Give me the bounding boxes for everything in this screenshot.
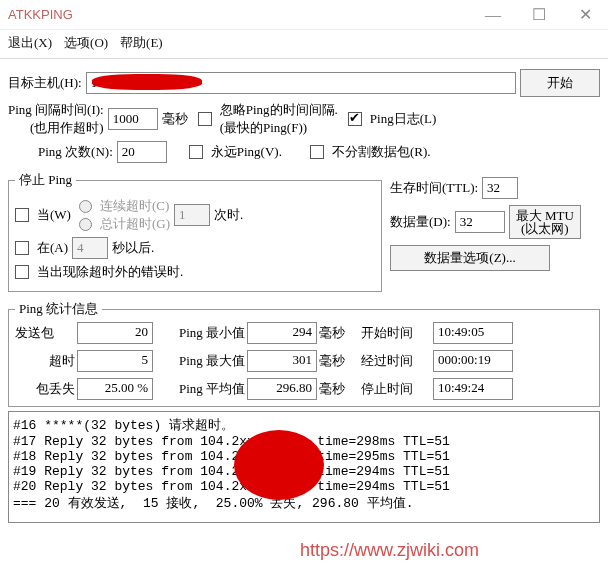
- max-value: 301: [247, 350, 317, 372]
- right-panel: 生存时间(TTL): 数据量(D): 最大 MTU (以太网) 数据量选项(Z)…: [390, 167, 600, 296]
- interval-label-1: Ping 间隔时间(I):: [8, 101, 104, 119]
- stop-at-input[interactable]: [72, 237, 108, 259]
- log-line-4: #19 Reply 32 bytes from 104.2xx.xx.79: t…: [13, 464, 450, 479]
- stop-legend: 停止 Ping: [15, 171, 76, 189]
- log-box[interactable]: #16 *****(32 bytes) 请求超时。 #17 Reply 32 b…: [8, 411, 600, 523]
- max-unit: 毫秒: [319, 352, 359, 370]
- stop-at-label: 在(A): [37, 239, 68, 257]
- target-row: 目标主机(H): 开始: [8, 69, 600, 97]
- stop-at-suffix: 秒以后.: [112, 239, 154, 257]
- stop-onerror-label: 当出现除超时外的错误时.: [37, 263, 183, 281]
- target-label: 目标主机(H):: [8, 74, 82, 92]
- count-label: Ping 次数(N):: [38, 143, 113, 161]
- stoptime-value: 10:49:24: [433, 378, 513, 400]
- redaction-mark: [92, 74, 202, 90]
- total-radio[interactable]: [79, 218, 92, 231]
- nofrag-label: 不分割数据包(R).: [332, 143, 431, 161]
- count-row: Ping 次数(N): 永远Ping(V). 不分割数据包(R).: [8, 141, 600, 163]
- datasize-label: 数据量(D):: [390, 213, 451, 231]
- menubar: 退出(X) 选项(O) 帮助(E): [0, 30, 608, 59]
- start-value: 10:49:05: [433, 322, 513, 344]
- titlebar: ATKKPING — ☐ ✕: [0, 0, 608, 30]
- interval-label-2: (也用作超时): [8, 119, 104, 137]
- avg-unit: 毫秒: [319, 380, 359, 398]
- nofrag-checkbox[interactable]: [310, 145, 324, 159]
- log-line-5: #20 Reply 32 bytes from 104.2xx.xx.79: t…: [13, 479, 450, 494]
- log-line-3: #18 Reply 32 bytes from 104.2xx.xx.79: t…: [13, 449, 450, 464]
- log-line-1: #16 *****(32 bytes) 请求超时。: [13, 418, 234, 433]
- timeout-value: 5: [77, 350, 153, 372]
- interval-row: Ping 间隔时间(I): (也用作超时) 毫秒 忽略Ping的时间间隔. (最…: [8, 101, 600, 137]
- max-label: Ping 最大值: [155, 352, 245, 370]
- forever-checkbox[interactable]: [189, 145, 203, 159]
- ignore-label-1: 忽略Ping的时间间隔.: [220, 101, 338, 119]
- log-line-6: === 20 有效发送, 15 接收, 25.00% 丢失, 296.80 平均…: [13, 496, 413, 511]
- min-unit: 毫秒: [319, 324, 359, 342]
- window-title: ATKKPING: [0, 7, 470, 22]
- stop-when-label: 当(W): [37, 206, 71, 224]
- loss-value: 25.00 %: [77, 378, 153, 400]
- interval-unit: 毫秒: [162, 110, 188, 128]
- stoptime-label: 停止时间: [361, 380, 431, 398]
- total-label: 总计超时(G): [100, 215, 170, 233]
- maximize-button[interactable]: ☐: [516, 0, 562, 30]
- elapsed-label: 经过时间: [361, 352, 431, 370]
- ttl-input[interactable]: [482, 177, 518, 199]
- avg-value: 296.80: [247, 378, 317, 400]
- ttl-label: 生存时间(TTL):: [390, 179, 478, 197]
- ping-log-checkbox[interactable]: [348, 112, 362, 126]
- forever-label: 永远Ping(V).: [211, 143, 282, 161]
- mtu-button[interactable]: 最大 MTU (以太网): [509, 205, 581, 239]
- loss-label: 包丢失: [15, 380, 75, 398]
- interval-input[interactable]: [108, 108, 158, 130]
- avg-label: Ping 平均值: [155, 380, 245, 398]
- count-input[interactable]: [117, 141, 167, 163]
- stop-times-suffix: 次时.: [214, 206, 243, 224]
- stats-group: Ping 统计信息 发送包 20 Ping 最小值 294 毫秒 开始时间 10…: [8, 300, 600, 407]
- data-options-button[interactable]: 数据量选项(Z)...: [390, 245, 550, 271]
- stop-when-checkbox[interactable]: [15, 208, 29, 222]
- ignore-label-2: (最快的Ping(F)): [220, 119, 338, 137]
- start-button[interactable]: 开始: [520, 69, 600, 97]
- menu-help[interactable]: 帮助(E): [120, 34, 163, 52]
- min-value: 294: [247, 322, 317, 344]
- stop-ping-group: 停止 Ping 当(W) 连续超时(C) 总计超时(G) 次时. 在(A) 秒以…: [8, 171, 382, 292]
- ignore-interval-checkbox[interactable]: [198, 112, 212, 126]
- sent-label: 发送包: [15, 324, 75, 342]
- datasize-input[interactable]: [455, 211, 505, 233]
- consec-label: 连续超时(C): [100, 197, 169, 215]
- elapsed-value: 000:00:19: [433, 350, 513, 372]
- consec-radio[interactable]: [79, 200, 92, 213]
- close-button[interactable]: ✕: [562, 0, 608, 30]
- mtu-btn-line2: (以太网): [516, 222, 574, 235]
- start-label: 开始时间: [361, 324, 431, 342]
- redaction-scribble: [234, 430, 324, 500]
- stop-at-checkbox[interactable]: [15, 241, 29, 255]
- stop-onerror-checkbox[interactable]: [15, 265, 29, 279]
- minimize-button[interactable]: —: [470, 0, 516, 30]
- ping-log-label: Ping日志(L): [370, 110, 436, 128]
- menu-exit[interactable]: 退出(X): [8, 34, 52, 52]
- watermark: https://www.zjwiki.com: [300, 540, 479, 561]
- log-line-2: #17 Reply 32 bytes from 104.2xx.xx.79: t…: [13, 434, 450, 449]
- min-label: Ping 最小值: [155, 324, 245, 342]
- timeout-label: 超时: [15, 352, 75, 370]
- menu-options[interactable]: 选项(O): [64, 34, 108, 52]
- stats-legend: Ping 统计信息: [15, 300, 102, 318]
- stop-times-input[interactable]: [174, 204, 210, 226]
- sent-value: 20: [77, 322, 153, 344]
